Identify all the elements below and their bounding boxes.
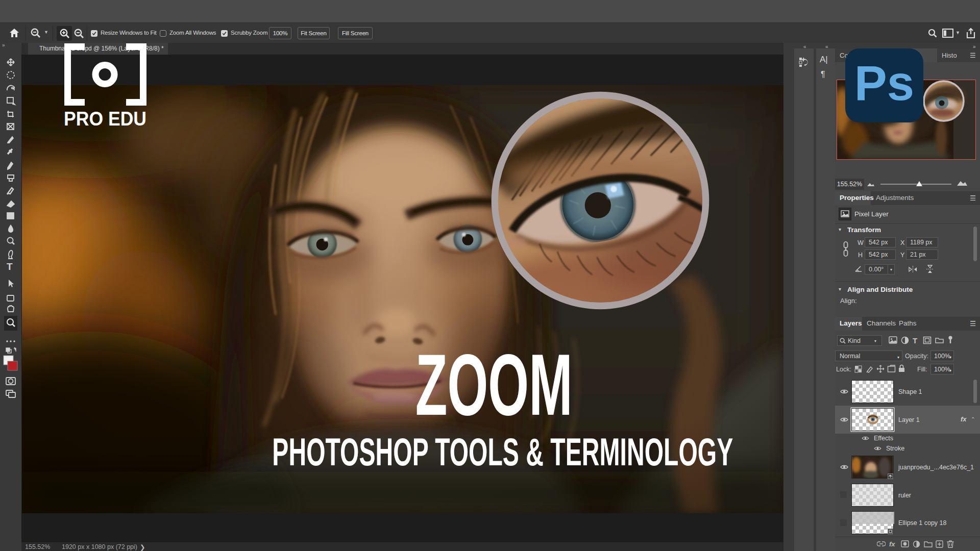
svg-text:T: T (7, 261, 13, 272)
svg-text:»: » (2, 43, 5, 48)
svg-text:PRO EDU: PRO EDU (64, 108, 146, 130)
svg-text:PHOTOSHOP TOOLS & TERMINOLOGY: PHOTOSHOP TOOLS & TERMINOLOGY (272, 431, 733, 473)
svg-text:ZOOM: ZOOM (415, 336, 573, 433)
